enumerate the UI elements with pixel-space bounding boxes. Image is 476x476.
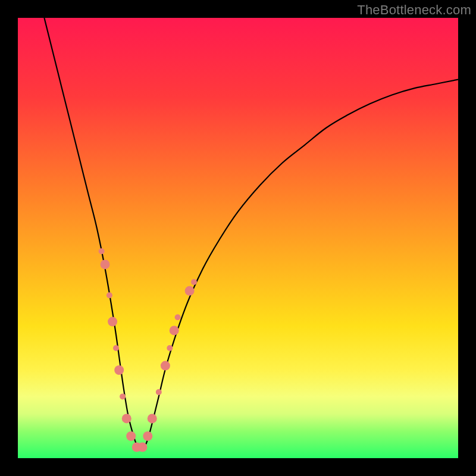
marker-dot <box>99 248 105 254</box>
marker-dot <box>101 259 110 269</box>
marker-dot <box>170 325 179 335</box>
marker-dot <box>126 431 136 441</box>
marker-dot <box>120 393 126 399</box>
marker-dot <box>137 443 147 452</box>
chart-frame: TheBottleneck.com <box>0 0 476 476</box>
marker-dot <box>161 361 170 371</box>
marker-dot <box>114 365 124 375</box>
marker-dot <box>107 292 112 298</box>
marker-dot <box>167 345 173 351</box>
marker-dot <box>156 389 162 395</box>
marker-dot <box>143 431 152 441</box>
gradient-background <box>18 18 458 458</box>
marker-dot <box>113 345 119 351</box>
bottleneck-chart <box>18 18 458 458</box>
marker-dot <box>148 414 157 423</box>
marker-dot <box>191 279 197 285</box>
watermark-text: TheBottleneck.com <box>357 2 471 18</box>
marker-dot <box>122 414 131 423</box>
marker-dot <box>185 286 195 296</box>
marker-dot <box>108 317 117 327</box>
marker-dot <box>175 314 181 320</box>
